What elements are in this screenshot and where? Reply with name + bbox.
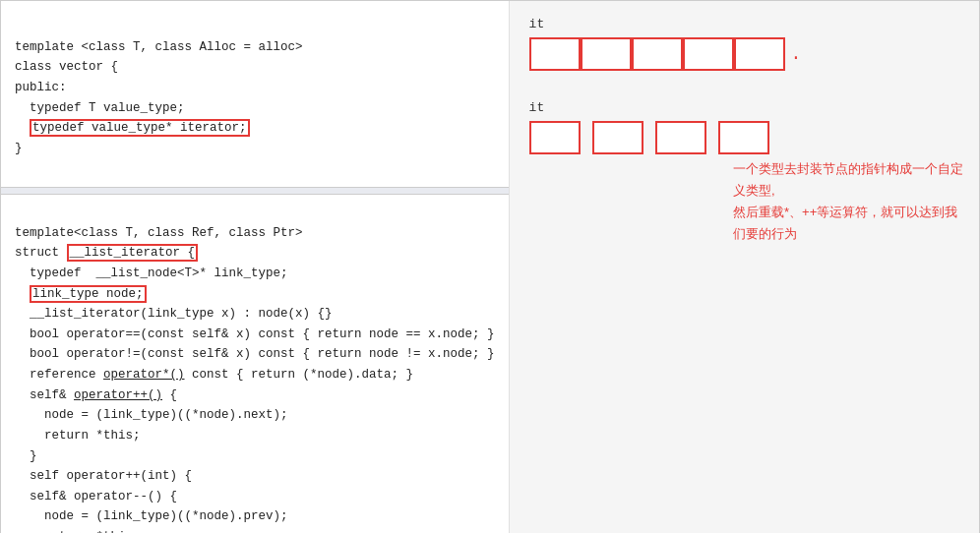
code-line-10: link_type node; (15, 285, 147, 303)
code-line-2: class vector { (15, 60, 118, 74)
diagram-panel: it . it 一个类型去封装节点的指针构成一个自定义类型, 然后 (510, 1, 979, 533)
main-container: template <class T, class Alloc = alloc> … (0, 0, 980, 533)
box-list-4 (718, 121, 769, 154)
annotation: 一个类型去封装节点的指针构成一个自定义类型, 然后重载*、++等运算符，就可以达… (733, 158, 969, 245)
box-top-3 (632, 37, 683, 71)
diagram-top: it . (529, 17, 959, 71)
boxes-row-bottom (529, 121, 959, 154)
code-panel: template <class T, class Alloc = alloc> … (1, 1, 510, 533)
diagram-bottom: it (529, 100, 959, 154)
code-line-6: } (15, 142, 23, 155)
code-line-9: typedef __list_node<T>* link_type; (15, 266, 288, 280)
highlight-struct: __list_iterator { (67, 244, 199, 262)
code-line-17: return *this; (15, 429, 141, 443)
code-line-14: reference operator*() const { return (*n… (15, 368, 413, 382)
box-list-2 (592, 121, 643, 154)
code-line-5: typedef value_type* iterator; (15, 119, 250, 137)
code-line-1: template <class T, class Alloc = alloc> (15, 40, 303, 54)
section-divider (1, 187, 509, 195)
highlight-node: link_type node; (30, 285, 147, 303)
code-line-7: template<class T, class Ref, class Ptr> (15, 226, 303, 240)
underline-deref: operator*() (103, 368, 185, 382)
code-line-3: public: (15, 81, 67, 94)
underline-incr: operator++() (74, 388, 162, 402)
highlight-iterator: typedef value_type* iterator; (30, 119, 250, 137)
box-top-2 (581, 37, 632, 71)
dot-end: . (791, 37, 802, 71)
code-line-19: self operator++(int) { (15, 469, 192, 483)
annotation-line2: 然后重载*、++等运算符，就可以达到我们要的行为 (733, 205, 957, 241)
box-list-1 (529, 121, 581, 154)
code-line-15: self& operator++() { (15, 388, 177, 402)
diagram-bottom-label: it (529, 100, 959, 115)
box-list-3 (655, 121, 706, 154)
code-line-4: typedef T value_type; (15, 101, 185, 115)
code-line-13: bool operator!=(const self& x) const { r… (15, 347, 495, 361)
annotation-line1: 一个类型去封装节点的指针构成一个自定义类型, (733, 161, 963, 198)
code-line-11: __list_iterator(link_type x) : node(x) {… (15, 307, 333, 321)
box-top-5 (734, 37, 785, 71)
code-line-20: self& operator--() { (15, 490, 177, 503)
code-section-2: template<class T, class Ref, class Ptr> … (15, 203, 495, 533)
code-section-1: template <class T, class Alloc = alloc> … (15, 17, 495, 179)
diagram-top-label: it (529, 17, 959, 31)
code-line-18: } (15, 449, 37, 463)
boxes-row-top: . (529, 37, 959, 71)
code-line-8: struct __list_iterator { (15, 244, 198, 262)
code-line-21: node = (link_type)((*node).prev); (15, 509, 288, 523)
code-line-16: node = (link_type)((*node).next); (15, 408, 288, 422)
box-top-1 (529, 37, 581, 71)
box-top-4 (683, 37, 734, 71)
code-line-12: bool operator==(const self& x) const { r… (15, 327, 495, 341)
